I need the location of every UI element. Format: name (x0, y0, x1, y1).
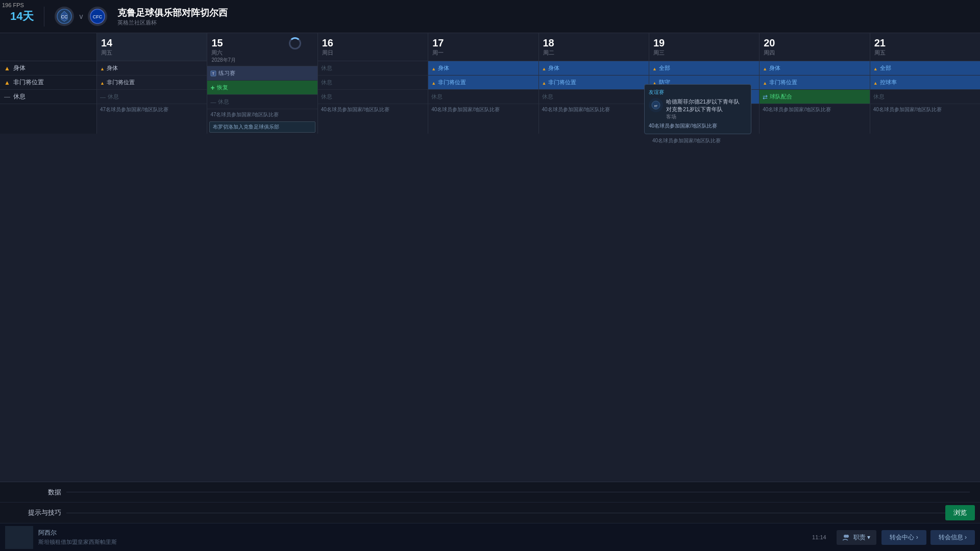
day-col-15: 15 周六 2028年7月 T 练习赛 恢复 — 休息 47名球员参加国家/地区… (207, 33, 317, 134)
activity-16-2[interactable]: 休息 (318, 90, 428, 104)
activity-14-0[interactable]: 身体 (97, 61, 207, 76)
data-divider (66, 492, 970, 492)
activity-18-1[interactable]: 非门将位置 (539, 76, 649, 90)
day-col-17: 17 周一 身体 非门将位置 休息 40名球员参加国家/地区队比赛 (428, 33, 538, 134)
ctrl-icon-21 (873, 80, 880, 86)
tooltip-location: 客场 (666, 113, 740, 120)
day-col-19: 19 周三 全部 防守 攻击 友谊赛 HT (649, 33, 760, 134)
day-date-15: 2028年7月 (211, 57, 313, 64)
tooltip-match-line2: 对克鲁21岁以下青年队 (666, 106, 740, 113)
day-name-14: 周五 (101, 49, 203, 57)
news-bar: 阿西尔 斯坦顿租借加盟皇家西斯帕里斯 11:14 职责 ▾ 转会中心 › 转会信… (0, 523, 980, 551)
activity-14-1[interactable]: 非门将位置 (97, 76, 207, 90)
activity-15-0[interactable]: T 练习赛 (207, 66, 317, 81)
recover-icon (210, 84, 216, 92)
data-row: 数据 (0, 482, 980, 503)
news-content: 阿西尔 斯坦顿租借加盟皇家西斯帕里斯 (38, 529, 812, 546)
bottom-section: 数据 提示与技巧 浏览 阿西尔 斯坦顿租借加盟皇家西斯帕里斯 11:14 职责 … (0, 482, 980, 551)
pos-icon-17 (431, 80, 438, 86)
match-subtitle: 英格兰社区盾杯 (117, 19, 228, 27)
activity-17-2[interactable]: 休息 (428, 90, 538, 104)
news-title: 阿西尔 (38, 529, 812, 537)
day-number-19: 19 (653, 37, 755, 49)
activity-18-2[interactable]: 休息 (539, 90, 649, 104)
players-note-15: 47名球员参加国家/地区队比赛 (207, 109, 317, 120)
tooltip-logo: HT (649, 98, 663, 112)
day-col-18: 18 周二 身体 非门将位置 休息 40名球员参加国家/地区队比赛 (539, 33, 649, 134)
day-name-17: 周一 (432, 49, 534, 57)
action-buttons: 职责 ▾ (837, 530, 877, 545)
day-col-20: 20 周四 身体 非门将位置 球队配合 40名球员参加国家/地区队比赛 (760, 33, 870, 134)
activity-15-1[interactable]: 恢复 (207, 81, 317, 95)
day-header-21: 21 周五 (870, 33, 980, 61)
activity-15-2[interactable]: — 休息 (207, 95, 317, 109)
players-note-19: 40名球员参加国家/地区队比赛 (649, 135, 759, 146)
activity-18-0[interactable]: 身体 (539, 61, 649, 76)
calendar-grid: ▲ 身体 ▲ 非门将位置 — 休息 14 周五 身体 非门将位置 — 休息 (0, 33, 980, 134)
activity-20-1[interactable]: 非门将位置 (760, 76, 869, 90)
pos-icon-18 (542, 80, 549, 86)
transfer-center-button[interactable]: 转会中心 › (881, 530, 926, 545)
news-thumbnail (5, 526, 33, 549)
activity-21-0[interactable]: 全部 (870, 61, 980, 76)
fps-counter: 196 FPS (2, 2, 24, 8)
warn-icon-body: ▲ (4, 65, 10, 72)
svg-text:CC: CC (61, 14, 68, 19)
activity-20-2[interactable]: 球队配合 (760, 90, 869, 104)
match-info: CC v CFC 克鲁足球俱乐部对阵切尔西 英格兰社区盾杯 (44, 7, 228, 27)
top-bar: 196 FPS 14天 CC v CFC 克鲁足球俱乐部对阵切尔西 英格兰社区盾… (0, 0, 980, 33)
activity-21-2[interactable]: 休息 (870, 90, 980, 104)
players-note-17: 40名球员参加国家/地区队比赛 (428, 104, 538, 115)
team-icon-20 (763, 93, 770, 101)
day-header-18: 18 周二 (539, 33, 649, 61)
day-header-19: 19 周三 (649, 33, 759, 61)
day-number-17: 17 (432, 37, 534, 49)
browse-button[interactable]: 浏览 (945, 505, 975, 520)
players-note-18: 40名球员参加国家/地区队比赛 (539, 104, 649, 115)
tooltip-match-text: 哈德斯菲尔德21岁以下青年队 对克鲁21岁以下青年队 客场 (666, 98, 740, 120)
activity-14-2[interactable]: — 休息 (97, 90, 207, 104)
match-main-title: 克鲁足球俱乐部对阵切尔西 (117, 7, 228, 19)
day-name-19: 周三 (653, 49, 755, 57)
day-col-16: 16 周日 休息 休息 休息 40名球员参加国家/地区队比赛 (318, 33, 428, 134)
day-header-17: 17 周一 (428, 33, 538, 61)
vs-text: v (79, 12, 83, 20)
activity-16-1[interactable]: 休息 (318, 76, 428, 90)
activity-17-1[interactable]: 非门将位置 (428, 76, 538, 90)
tips-divider (66, 513, 970, 513)
label-rest: — 休息 (0, 90, 96, 104)
tips-label: 提示与技巧 (10, 508, 61, 517)
tooltip-match-line1: 哈德斯菲尔德21岁以下青年队 (666, 98, 740, 106)
role-dropdown[interactable]: 职责 ▾ (837, 530, 877, 545)
label-column: ▲ 身体 ▲ 非门将位置 — 休息 (0, 33, 97, 134)
day-name-21: 周五 (874, 49, 976, 57)
body-icon-20 (763, 65, 769, 71)
day-header-20: 20 周四 (760, 33, 869, 61)
rest-icon: — (4, 93, 10, 101)
label-body: ▲ 身体 (0, 61, 96, 76)
activity-16-0[interactable]: 休息 (318, 61, 428, 76)
body-icon-14 (100, 65, 107, 71)
svg-text:CFC: CFC (93, 14, 103, 19)
training-icon: T (210, 70, 216, 77)
activity-19-0[interactable]: 全部 (649, 61, 759, 76)
tooltip-players: 40名球员参加国家/地区队比赛 (649, 122, 747, 130)
day-col-14: 14 周五 身体 非门将位置 — 休息 47名球员参加国家/地区队比赛 (97, 33, 207, 134)
team1-logo: CC (55, 7, 74, 26)
svg-text:T: T (212, 72, 215, 76)
news-time: 11:14 (812, 534, 826, 540)
match-title: 克鲁足球俱乐部对阵切尔西 英格兰社区盾杯 (117, 7, 228, 27)
day-header-14: 14 周五 (97, 33, 207, 61)
pos-icon-14 (100, 80, 107, 86)
activity-17-0[interactable]: 身体 (428, 61, 538, 76)
day-name-18: 周二 (543, 49, 645, 57)
pos-icon-20 (763, 80, 769, 86)
transfer-info-button[interactable]: 转会信息 › (930, 530, 975, 545)
loading-spinner (289, 37, 301, 49)
players-note-20: 40名球员参加国家/地区队比赛 (760, 104, 869, 115)
activity-20-0[interactable]: 身体 (760, 61, 869, 76)
all-icon-19 (652, 65, 659, 71)
svg-text:HT: HT (654, 105, 658, 108)
day-number-20: 20 (764, 37, 865, 49)
activity-21-1[interactable]: 控球率 (870, 76, 980, 90)
